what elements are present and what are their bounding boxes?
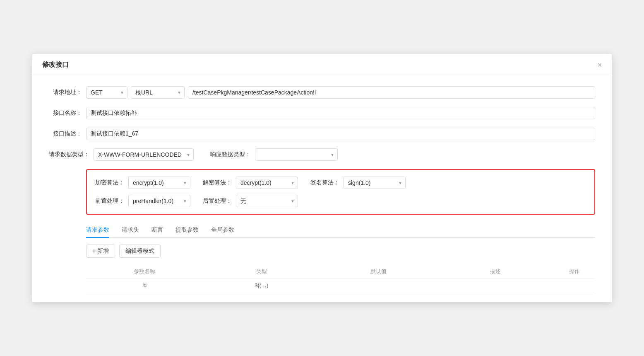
request-data-type-wrapper: X-WWW-FORM-URLENCODED JSON XML FORM_DATA… [94, 148, 194, 161]
col-default: 默认值 [320, 268, 437, 275]
tab-request-headers[interactable]: 请求头 [122, 223, 139, 238]
modal-title: 修改接口 [42, 61, 69, 69]
cell-default [320, 282, 437, 288]
response-data-type-wrapper: JSON XML TEXT ▼ [255, 148, 338, 161]
encryption-box: 加密算法： encrypt(1.0) ▼ 解密算法： decrypt(1.0) … [86, 169, 595, 215]
interface-desc-label: 接口描述： [49, 130, 86, 138]
request-url-label: 请求地址： [49, 89, 86, 96]
close-button[interactable]: × [597, 61, 602, 69]
modal-body: 请求地址： GET POST PUT DELETE ▼ 根URL ▼ [32, 76, 612, 302]
table-header: 参数名称 类型 默认值 描述 操作 [86, 264, 595, 279]
interface-name-input[interactable] [86, 107, 595, 119]
sign-label: 签名算法： [310, 179, 344, 186]
tab-assertion[interactable]: 断言 [151, 223, 163, 238]
post-handler-select-wrapper: 无 ▼ [236, 195, 298, 207]
encrypt-select-wrapper: encrypt(1.0) ▼ [128, 177, 190, 189]
decrypt-select-wrapper: decrypt(1.0) ▼ [236, 177, 298, 189]
post-handler-label: 后置处理： [203, 197, 236, 205]
pre-handler-select-wrapper: preHandler(1.0) ▼ [128, 195, 190, 207]
add-button[interactable]: + 新增 [86, 245, 115, 258]
interface-desc-row: 接口描述： [49, 128, 595, 140]
col-action: 操作 [554, 268, 595, 275]
request-url-row: 请求地址： GET POST PUT DELETE ▼ 根URL ▼ [49, 86, 595, 99]
post-handler-select[interactable]: 无 [236, 195, 298, 207]
data-type-row: 请求数据类型： X-WWW-FORM-URLENCODED JSON XML F… [49, 148, 595, 161]
col-desc: 描述 [437, 268, 554, 275]
handler-row: 前置处理： preHandler(1.0) ▼ 后置处理： 无 ▼ [95, 195, 586, 207]
modal-header: 修改接口 × [32, 54, 612, 76]
sign-select-wrapper: sign(1.0) ▼ [344, 177, 406, 189]
interface-name-label: 接口名称： [49, 109, 86, 117]
tab-extract-params[interactable]: 提取参数 [175, 223, 199, 238]
base-url-select-wrapper: 根URL ▼ [127, 86, 185, 99]
encrypt-row: 加密算法： encrypt(1.0) ▼ 解密算法： decrypt(1.0) … [95, 177, 586, 189]
table-row: id ${(…) [86, 279, 595, 292]
method-select-wrapper: GET POST PUT DELETE ▼ [86, 86, 127, 99]
pre-handler-select[interactable]: preHandler(1.0) [128, 195, 190, 207]
decrypt-select[interactable]: decrypt(1.0) [236, 177, 298, 189]
col-param-name: 参数名称 [86, 268, 203, 275]
request-data-type-select[interactable]: X-WWW-FORM-URLENCODED JSON XML FORM_DATA [94, 148, 194, 161]
request-data-type-label: 请求数据类型： [49, 151, 94, 158]
encrypt-label: 加密算法： [95, 179, 128, 186]
cell-type: ${(…) [203, 282, 320, 288]
tab-request-params[interactable]: 请求参数 [86, 223, 109, 238]
col-type: 类型 [203, 268, 320, 275]
url-input-group: GET POST PUT DELETE ▼ 根URL ▼ [86, 86, 595, 99]
interface-desc-input[interactable] [86, 128, 595, 140]
response-data-type-select[interactable]: JSON XML TEXT [255, 148, 338, 161]
response-data-type-label: 响应数据类型： [210, 151, 255, 158]
cell-desc [437, 282, 554, 288]
cell-action [554, 282, 595, 288]
tabs-nav: 请求参数 请求头 断言 提取参数 全局参数 [86, 223, 595, 238]
interface-name-row: 接口名称： [49, 107, 595, 119]
cell-param-name: id [86, 282, 203, 288]
url-path-input[interactable] [188, 86, 595, 99]
decrypt-label: 解密算法： [203, 179, 236, 186]
tab-global-params[interactable]: 全局参数 [211, 223, 234, 238]
tabs-container: 请求参数 请求头 断言 提取参数 全局参数 + 新增 编辑器模式 参数名称 类型… [86, 223, 595, 292]
pre-handler-label: 前置处理： [95, 197, 128, 205]
modal: 修改接口 × 请求地址： GET POST PUT DELETE ▼ [32, 54, 612, 302]
encrypt-select[interactable]: encrypt(1.0) [128, 177, 190, 189]
tab-actions: + 新增 编辑器模式 [86, 245, 595, 258]
method-select[interactable]: GET POST PUT DELETE [86, 86, 127, 99]
sign-select[interactable]: sign(1.0) [344, 177, 406, 189]
editor-mode-button[interactable]: 编辑器模式 [119, 245, 161, 258]
base-url-select[interactable]: 根URL [131, 86, 185, 99]
